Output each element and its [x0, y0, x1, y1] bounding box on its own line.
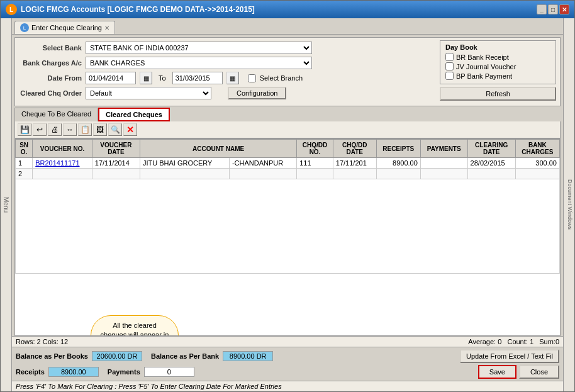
bp-bank-payment-label: BP Bank Payment: [456, 72, 512, 80]
fit-tool-button[interactable]: ↔: [63, 123, 77, 136]
close-button[interactable]: Close: [519, 365, 559, 379]
cell-account-name: JITU BHAI GROCERY: [140, 158, 229, 169]
cell-chq-dd-date: 17/11/201: [333, 158, 376, 169]
stats-status: Average: 0 Count: 1 Sum:0: [468, 338, 559, 345]
minimize-button[interactable]: _: [537, 4, 547, 14]
select-branch-label: Select Branch: [260, 74, 303, 82]
undo-tool-button[interactable]: ↩: [33, 123, 47, 136]
col-bank-charges: BANKCHARGES: [515, 140, 559, 158]
cell-account-name2: -CHANDANPUR: [229, 158, 296, 169]
br-bank-receipt-label: BR Bank Receipt: [456, 53, 509, 61]
cell-bank-charges: 300.00: [515, 158, 559, 169]
status-bar: Rows: 2 Cols: 12 Average: 0 Count: 1 Sum…: [12, 336, 563, 347]
cell-bank-charges: [515, 169, 559, 179]
enter-cheque-clearing-tab[interactable]: L Enter Cheque Clearing ✕: [14, 21, 115, 34]
tab-close-icon[interactable]: ✕: [104, 25, 109, 31]
payments-value: 0: [144, 367, 194, 377]
cell-payments: [420, 169, 467, 179]
cell-payments: [420, 158, 467, 169]
select-bank-dropdown[interactable]: STATE BANK OF INDIA 000237: [86, 42, 312, 54]
cell-sn: 1: [16, 158, 33, 169]
receipts-value: 8900.00: [48, 367, 99, 377]
bank-charges-dropdown[interactable]: BANK CHARGES: [86, 57, 312, 69]
col-clearing-date: CLEARINGDATE: [467, 140, 515, 158]
payments-label: Payments: [108, 368, 140, 376]
refresh-button[interactable]: Refresh: [440, 87, 556, 101]
select-bank-label: Select Bank: [19, 44, 82, 52]
delete-tool-button[interactable]: ✕: [123, 123, 137, 136]
cell-receipts: 8900.00: [376, 158, 420, 169]
copy-tool-button[interactable]: 📋: [78, 123, 92, 136]
col-voucher-date: VOUCHERDATE: [92, 140, 140, 158]
date-to-calendar-button[interactable]: ▦: [226, 72, 239, 84]
table-row[interactable]: 1 BR201411171 17/11/2014 JITU BHAI GROCE…: [16, 158, 560, 169]
image-tool-button[interactable]: 🖼: [93, 123, 107, 136]
app-logo: L: [6, 4, 17, 15]
bp-bank-payment-checkbox[interactable]: [445, 72, 454, 80]
close-window-button[interactable]: ✕: [559, 4, 569, 14]
save-button[interactable]: Save: [478, 365, 516, 379]
col-payments: PAYMENTS: [420, 140, 467, 158]
jv-journal-voucher-checkbox[interactable]: [445, 62, 454, 70]
maximize-button[interactable]: □: [548, 4, 558, 14]
col-receipts: RECEIPTS: [376, 140, 420, 158]
configuration-button[interactable]: Configuration: [228, 87, 286, 99]
grid-container: SNO. VOUCHER NO. VOUCHERDATE ACCOUNT NAM…: [14, 138, 561, 336]
callout-bubble: All the cleared cheques will appear in t…: [91, 315, 179, 336]
date-from-label: Date From: [19, 74, 82, 82]
cleared-chq-label: Cleared Chq Order: [19, 89, 82, 97]
tab-label: Enter Cheque Clearing: [31, 24, 102, 31]
empty-row: [16, 179, 560, 274]
select-branch-checkbox[interactable]: [248, 74, 256, 82]
col-sn: SNO.: [16, 140, 33, 158]
balance-bank-value: 8900.00 DR: [223, 351, 273, 361]
date-to-label: To: [159, 74, 166, 82]
save-tool-button[interactable]: 💾: [18, 123, 31, 136]
balance-books-label: Balance as Per Books: [16, 352, 88, 360]
print-tool-button[interactable]: 🖨: [48, 123, 62, 136]
daybook-title: Day Book: [445, 43, 550, 51]
rows-cols-status: Rows: 2 Cols: 12: [16, 338, 68, 345]
cell-chq-dd-no: [297, 169, 333, 179]
col-chq-dd-date: CHQ/DDDATE: [333, 140, 376, 158]
cell-chq-dd-date: [333, 169, 376, 179]
search-tool-button[interactable]: 🔍: [108, 123, 122, 136]
right-sidebar: Document Windows: [563, 18, 574, 391]
window-title: LOGIC FMCG Accounts [LOGIC FMCG DEMO DAT…: [21, 5, 255, 14]
br-bank-receipt-checkbox[interactable]: [445, 53, 454, 61]
table-row[interactable]: 2: [16, 169, 560, 179]
cell-chq-dd-no: 111: [297, 158, 333, 169]
date-from-calendar-button[interactable]: ▦: [140, 72, 152, 84]
cheque-to-cleared-tab[interactable]: Cheque To Be Cleared: [14, 108, 98, 121]
left-sidebar: Menu: [1, 18, 12, 391]
receipts-label: Receipts: [16, 368, 45, 376]
update-excel-button[interactable]: Update From Excel / Text Fil: [460, 349, 559, 363]
jv-journal-voucher-label: JV Journal Voucher: [456, 63, 516, 70]
cell-account-name: [140, 169, 229, 179]
bottom-bar: Balance as Per Books 20600.00 DR Balance…: [12, 347, 563, 381]
daybook-section: Day Book BR Bank Receipt JV Journal Vouc…: [440, 40, 556, 84]
cell-clearing-date: [467, 169, 515, 179]
cleared-cheques-tab[interactable]: Cleared Cheques: [98, 108, 170, 121]
balance-books-value: 20600.00 DR: [92, 351, 142, 361]
col-account-name: ACCOUNT NAME: [140, 140, 296, 158]
footer-status: Press 'F4' To Mark For Clearing : Press …: [12, 381, 563, 391]
title-bar: L LOGIC FMCG Accounts [LOGIC FMCG DEMO D…: [1, 1, 574, 18]
cell-account-name2: [229, 169, 296, 179]
date-to-input[interactable]: [172, 72, 223, 84]
date-from-input[interactable]: [86, 72, 136, 84]
cell-sn: 2: [16, 169, 33, 179]
cell-clearing-date: 28/02/2015: [467, 158, 515, 169]
tab-bar: L Enter Cheque Clearing ✕: [12, 18, 563, 35]
col-chq-dd-no: CHQ/DDNO.: [297, 140, 333, 158]
col-voucher-no: VOUCHER NO.: [33, 140, 92, 158]
cell-voucher-no: [33, 169, 92, 179]
cell-voucher-no[interactable]: BR201411171: [33, 158, 92, 169]
tab-icon: L: [20, 23, 29, 32]
cleared-chq-dropdown[interactable]: Default: [86, 87, 211, 99]
data-grid: SNO. VOUCHER NO. VOUCHERDATE ACCOUNT NAM…: [15, 139, 560, 274]
bank-charges-label: Bank Charges A/c: [19, 59, 82, 67]
cell-voucher-date: 17/11/2014: [92, 158, 140, 169]
cell-receipts: [376, 169, 420, 179]
grid-toolbar: 💾 ↩ 🖨 ↔ 📋 🖼 🔍 ✕: [14, 121, 561, 138]
